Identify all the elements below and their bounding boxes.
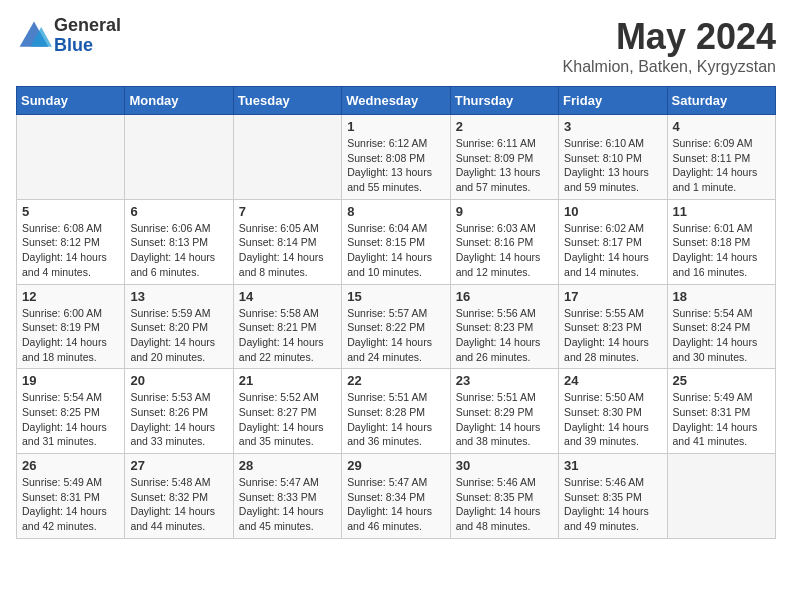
- calendar-cell: 26Sunrise: 5:49 AMSunset: 8:31 PMDayligh…: [17, 454, 125, 539]
- cell-date: 31: [564, 458, 661, 473]
- calendar-cell: 7Sunrise: 6:05 AMSunset: 8:14 PMDaylight…: [233, 199, 341, 284]
- cell-date: 14: [239, 289, 336, 304]
- calendar-cell: 1Sunrise: 6:12 AMSunset: 8:08 PMDaylight…: [342, 115, 450, 200]
- calendar-cell: 8Sunrise: 6:04 AMSunset: 8:15 PMDaylight…: [342, 199, 450, 284]
- cell-info: Sunrise: 5:55 AMSunset: 8:23 PMDaylight:…: [564, 306, 661, 365]
- cell-info: Sunrise: 6:06 AMSunset: 8:13 PMDaylight:…: [130, 221, 227, 280]
- cell-info: Sunrise: 6:08 AMSunset: 8:12 PMDaylight:…: [22, 221, 119, 280]
- logo-icon: [16, 18, 52, 54]
- cell-info: Sunrise: 6:02 AMSunset: 8:17 PMDaylight:…: [564, 221, 661, 280]
- calendar-header-row: SundayMondayTuesdayWednesdayThursdayFrid…: [17, 87, 776, 115]
- cell-info: Sunrise: 5:56 AMSunset: 8:23 PMDaylight:…: [456, 306, 553, 365]
- cell-info: Sunrise: 6:11 AMSunset: 8:09 PMDaylight:…: [456, 136, 553, 195]
- cell-info: Sunrise: 6:01 AMSunset: 8:18 PMDaylight:…: [673, 221, 770, 280]
- calendar-week-1: 1Sunrise: 6:12 AMSunset: 8:08 PMDaylight…: [17, 115, 776, 200]
- cell-date: 5: [22, 204, 119, 219]
- calendar-week-2: 5Sunrise: 6:08 AMSunset: 8:12 PMDaylight…: [17, 199, 776, 284]
- cell-info: Sunrise: 6:05 AMSunset: 8:14 PMDaylight:…: [239, 221, 336, 280]
- calendar-cell: 6Sunrise: 6:06 AMSunset: 8:13 PMDaylight…: [125, 199, 233, 284]
- cell-date: 4: [673, 119, 770, 134]
- logo: General Blue: [16, 16, 121, 56]
- calendar-cell: 22Sunrise: 5:51 AMSunset: 8:28 PMDayligh…: [342, 369, 450, 454]
- calendar-week-4: 19Sunrise: 5:54 AMSunset: 8:25 PMDayligh…: [17, 369, 776, 454]
- cell-info: Sunrise: 5:52 AMSunset: 8:27 PMDaylight:…: [239, 390, 336, 449]
- cell-info: Sunrise: 5:59 AMSunset: 8:20 PMDaylight:…: [130, 306, 227, 365]
- calendar-cell: [667, 454, 775, 539]
- calendar-cell: 18Sunrise: 5:54 AMSunset: 8:24 PMDayligh…: [667, 284, 775, 369]
- cell-info: Sunrise: 5:49 AMSunset: 8:31 PMDaylight:…: [673, 390, 770, 449]
- calendar-cell: 19Sunrise: 5:54 AMSunset: 8:25 PMDayligh…: [17, 369, 125, 454]
- cell-info: Sunrise: 5:50 AMSunset: 8:30 PMDaylight:…: [564, 390, 661, 449]
- cell-date: 21: [239, 373, 336, 388]
- calendar-week-5: 26Sunrise: 5:49 AMSunset: 8:31 PMDayligh…: [17, 454, 776, 539]
- cell-date: 3: [564, 119, 661, 134]
- cell-info: Sunrise: 6:09 AMSunset: 8:11 PMDaylight:…: [673, 136, 770, 195]
- cell-date: 29: [347, 458, 444, 473]
- calendar-cell: 9Sunrise: 6:03 AMSunset: 8:16 PMDaylight…: [450, 199, 558, 284]
- calendar-cell: 15Sunrise: 5:57 AMSunset: 8:22 PMDayligh…: [342, 284, 450, 369]
- calendar-cell: 2Sunrise: 6:11 AMSunset: 8:09 PMDaylight…: [450, 115, 558, 200]
- calendar-cell: [17, 115, 125, 200]
- day-header-saturday: Saturday: [667, 87, 775, 115]
- calendar-cell: 28Sunrise: 5:47 AMSunset: 8:33 PMDayligh…: [233, 454, 341, 539]
- calendar-cell: [125, 115, 233, 200]
- cell-date: 1: [347, 119, 444, 134]
- location-title: Khalmion, Batken, Kyrgyzstan: [563, 58, 776, 76]
- cell-date: 2: [456, 119, 553, 134]
- cell-info: Sunrise: 6:03 AMSunset: 8:16 PMDaylight:…: [456, 221, 553, 280]
- calendar-cell: 17Sunrise: 5:55 AMSunset: 8:23 PMDayligh…: [559, 284, 667, 369]
- cell-info: Sunrise: 5:46 AMSunset: 8:35 PMDaylight:…: [456, 475, 553, 534]
- cell-info: Sunrise: 5:54 AMSunset: 8:25 PMDaylight:…: [22, 390, 119, 449]
- cell-info: Sunrise: 6:00 AMSunset: 8:19 PMDaylight:…: [22, 306, 119, 365]
- logo-blue: Blue: [54, 36, 121, 56]
- cell-date: 18: [673, 289, 770, 304]
- calendar-cell: 24Sunrise: 5:50 AMSunset: 8:30 PMDayligh…: [559, 369, 667, 454]
- cell-info: Sunrise: 5:54 AMSunset: 8:24 PMDaylight:…: [673, 306, 770, 365]
- cell-date: 11: [673, 204, 770, 219]
- calendar-cell: 14Sunrise: 5:58 AMSunset: 8:21 PMDayligh…: [233, 284, 341, 369]
- cell-date: 6: [130, 204, 227, 219]
- cell-info: Sunrise: 6:12 AMSunset: 8:08 PMDaylight:…: [347, 136, 444, 195]
- day-header-monday: Monday: [125, 87, 233, 115]
- calendar-cell: 3Sunrise: 6:10 AMSunset: 8:10 PMDaylight…: [559, 115, 667, 200]
- calendar-cell: 31Sunrise: 5:46 AMSunset: 8:35 PMDayligh…: [559, 454, 667, 539]
- cell-info: Sunrise: 5:47 AMSunset: 8:34 PMDaylight:…: [347, 475, 444, 534]
- cell-date: 12: [22, 289, 119, 304]
- cell-date: 27: [130, 458, 227, 473]
- cell-date: 20: [130, 373, 227, 388]
- calendar-cell: 21Sunrise: 5:52 AMSunset: 8:27 PMDayligh…: [233, 369, 341, 454]
- calendar-cell: 23Sunrise: 5:51 AMSunset: 8:29 PMDayligh…: [450, 369, 558, 454]
- calendar-cell: 4Sunrise: 6:09 AMSunset: 8:11 PMDaylight…: [667, 115, 775, 200]
- cell-info: Sunrise: 5:58 AMSunset: 8:21 PMDaylight:…: [239, 306, 336, 365]
- cell-info: Sunrise: 5:48 AMSunset: 8:32 PMDaylight:…: [130, 475, 227, 534]
- calendar-cell: 16Sunrise: 5:56 AMSunset: 8:23 PMDayligh…: [450, 284, 558, 369]
- cell-date: 15: [347, 289, 444, 304]
- cell-info: Sunrise: 6:04 AMSunset: 8:15 PMDaylight:…: [347, 221, 444, 280]
- cell-date: 30: [456, 458, 553, 473]
- cell-info: Sunrise: 5:47 AMSunset: 8:33 PMDaylight:…: [239, 475, 336, 534]
- cell-info: Sunrise: 5:49 AMSunset: 8:31 PMDaylight:…: [22, 475, 119, 534]
- cell-info: Sunrise: 5:46 AMSunset: 8:35 PMDaylight:…: [564, 475, 661, 534]
- day-header-wednesday: Wednesday: [342, 87, 450, 115]
- cell-date: 17: [564, 289, 661, 304]
- day-header-thursday: Thursday: [450, 87, 558, 115]
- calendar-cell: 13Sunrise: 5:59 AMSunset: 8:20 PMDayligh…: [125, 284, 233, 369]
- calendar-table: SundayMondayTuesdayWednesdayThursdayFrid…: [16, 86, 776, 539]
- calendar-cell: 27Sunrise: 5:48 AMSunset: 8:32 PMDayligh…: [125, 454, 233, 539]
- calendar-cell: 25Sunrise: 5:49 AMSunset: 8:31 PMDayligh…: [667, 369, 775, 454]
- cell-date: 23: [456, 373, 553, 388]
- cell-date: 7: [239, 204, 336, 219]
- cell-info: Sunrise: 6:10 AMSunset: 8:10 PMDaylight:…: [564, 136, 661, 195]
- cell-date: 19: [22, 373, 119, 388]
- cell-date: 10: [564, 204, 661, 219]
- cell-info: Sunrise: 5:51 AMSunset: 8:29 PMDaylight:…: [456, 390, 553, 449]
- day-header-friday: Friday: [559, 87, 667, 115]
- cell-date: 24: [564, 373, 661, 388]
- calendar-cell: 30Sunrise: 5:46 AMSunset: 8:35 PMDayligh…: [450, 454, 558, 539]
- calendar-cell: [233, 115, 341, 200]
- day-header-sunday: Sunday: [17, 87, 125, 115]
- cell-date: 25: [673, 373, 770, 388]
- calendar-cell: 5Sunrise: 6:08 AMSunset: 8:12 PMDaylight…: [17, 199, 125, 284]
- cell-date: 9: [456, 204, 553, 219]
- cell-date: 13: [130, 289, 227, 304]
